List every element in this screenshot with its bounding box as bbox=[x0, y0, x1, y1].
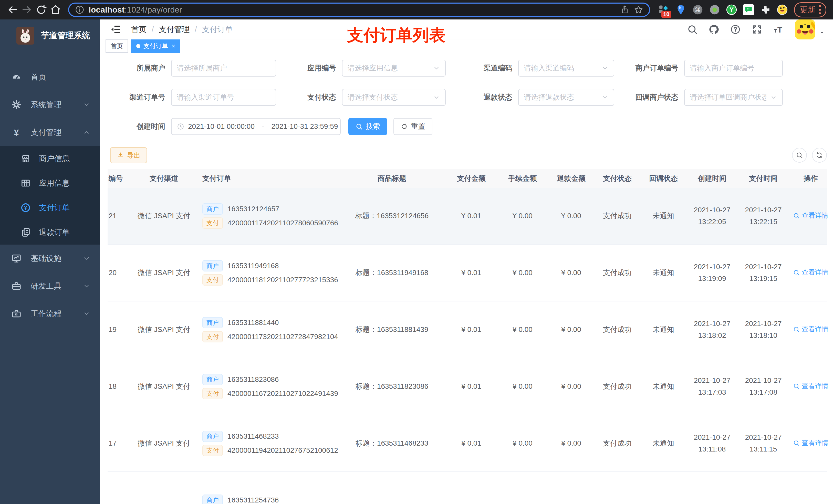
cell-action: 查看详情 bbox=[789, 268, 832, 278]
channel-order-no-input[interactable]: 请输入渠道订单号 bbox=[171, 89, 276, 106]
cell-paytime: 2021-10-2713:11:15 bbox=[738, 432, 789, 455]
extension-balloon-icon[interactable] bbox=[675, 4, 687, 15]
view-detail-link[interactable]: 查看详情 bbox=[793, 325, 828, 334]
table-row[interactable]: 20微信 JSAPI 支付商户1635311949168支付4200001181… bbox=[108, 245, 827, 302]
chevron-down-icon bbox=[83, 310, 90, 317]
gear-icon bbox=[11, 100, 22, 110]
reset-button[interactable]: 重置 bbox=[394, 118, 432, 135]
extension-command-icon[interactable]: ⌘ bbox=[692, 4, 704, 15]
view-detail-link[interactable]: 查看详情 bbox=[793, 438, 828, 448]
sidebar-item-infrastructure[interactable]: 基础设施 bbox=[0, 245, 100, 272]
logo-rabbit-image bbox=[16, 27, 34, 45]
back-icon[interactable] bbox=[7, 4, 19, 16]
view-detail-link[interactable]: 查看详情 bbox=[793, 211, 828, 220]
share-icon[interactable] bbox=[620, 5, 629, 15]
breadcrumb: 首页 / 支付管理 / 支付订单 bbox=[131, 24, 233, 35]
cell-channel: 微信 JSAPI 支付 bbox=[133, 382, 195, 391]
site-info-icon[interactable] bbox=[75, 5, 85, 15]
pay-status-select[interactable]: 请选择支付状态 bbox=[342, 89, 446, 106]
sidebar-item-pay-order[interactable]: ¥支付订单 bbox=[0, 195, 100, 220]
font-size-icon[interactable]: TT bbox=[773, 24, 784, 35]
extension-diamond-icon[interactable]: 10 bbox=[658, 4, 670, 15]
date-end[interactable]: 2021-10-31 23:59:59 bbox=[271, 122, 338, 130]
extension-chat-icon[interactable] bbox=[743, 4, 754, 15]
clock-icon bbox=[177, 123, 185, 130]
tag-pay-order[interactable]: 支付订单 × bbox=[131, 40, 180, 53]
sidebar-item-app-info[interactable]: 应用信息 bbox=[0, 171, 100, 195]
view-detail-link[interactable]: 查看详情 bbox=[793, 268, 828, 277]
refresh-table-button[interactable] bbox=[812, 148, 827, 163]
chevron-down-icon bbox=[433, 65, 440, 72]
channel-code-select[interactable]: 请输入渠道编码 bbox=[518, 60, 614, 77]
breadcrumb-home[interactable]: 首页 bbox=[131, 24, 146, 35]
table-row[interactable]: 19微信 JSAPI 支付商户1635311881440支付4200001173… bbox=[108, 302, 827, 358]
sidebar-item-workflow[interactable]: 工作流程 bbox=[0, 300, 100, 328]
close-icon[interactable]: × bbox=[172, 43, 175, 50]
sidebar-item-merchant-info[interactable]: 商户信息 bbox=[0, 146, 100, 171]
search-icon bbox=[793, 383, 800, 389]
browser-update-button[interactable]: 更新 bbox=[794, 2, 826, 18]
column-header-paytime: 支付时间 bbox=[738, 174, 789, 183]
document-icon bbox=[21, 227, 31, 237]
filter-label-refund-status: 退款状态 bbox=[446, 93, 512, 102]
github-icon[interactable] bbox=[709, 24, 719, 35]
bookmark-star-icon[interactable] bbox=[634, 5, 643, 15]
extension-emoji-icon[interactable] bbox=[777, 4, 788, 15]
sidebar-toggle-icon[interactable] bbox=[110, 24, 121, 35]
cell-amount: ¥ 0.01 bbox=[446, 326, 497, 334]
breadcrumb-pay-manage[interactable]: 支付管理 bbox=[159, 24, 190, 35]
view-detail-link[interactable]: 查看详情 bbox=[793, 382, 828, 390]
cell-notify_status: 未通知 bbox=[640, 211, 687, 221]
refund-status-select[interactable]: 请选择退款状态 bbox=[518, 89, 614, 106]
browser-menu-icon[interactable] bbox=[819, 5, 822, 14]
table-row[interactable]: 21微信 JSAPI 支付商户1635312124657支付4200001174… bbox=[108, 188, 827, 245]
merchant-select[interactable]: 请选择所属商户 bbox=[171, 60, 276, 77]
table-row[interactable]: 18微信 JSAPI 支付商户1635311823086支付4200001167… bbox=[108, 358, 827, 415]
extensions-puzzle-icon[interactable] bbox=[760, 4, 771, 15]
search-button[interactable]: 搜索 bbox=[348, 118, 387, 135]
merchant-order-no-input[interactable]: 请输入商户订单编号 bbox=[684, 60, 783, 77]
sidebar-item-dev-tools[interactable]: 研发工具 bbox=[0, 272, 100, 300]
sidebar-item-label: 应用信息 bbox=[39, 178, 90, 189]
extension-record-icon[interactable] bbox=[709, 4, 720, 15]
extension-y-icon[interactable]: Y bbox=[726, 4, 737, 15]
search-icon bbox=[793, 269, 800, 276]
cell-id: 17 bbox=[108, 439, 133, 448]
sidebar-menu: 首页系统管理¥支付管理商户信息应用信息¥支付订单退款订单基础设施研发工具工作流程 bbox=[0, 63, 100, 328]
reload-icon[interactable] bbox=[35, 4, 47, 16]
cell-id: 20 bbox=[108, 269, 133, 277]
cell-id: 19 bbox=[108, 326, 133, 334]
callback-status-select[interactable]: 请选择订单回调商户状态 bbox=[684, 89, 783, 106]
cell-amount: ¥ 0.01 bbox=[446, 382, 497, 390]
top-navbar: 首页 / 支付管理 / 支付订单 TT bbox=[100, 20, 833, 40]
date-start[interactable]: 2021-10-01 00:00:00 bbox=[188, 122, 255, 130]
table-row[interactable]: 17微信 JSAPI 支付商户1635311468233支付4200001194… bbox=[108, 415, 827, 472]
sidebar-item-system[interactable]: 系统管理 bbox=[0, 91, 100, 119]
export-button[interactable]: 导出 bbox=[110, 147, 147, 163]
order-number: 1635311949168 bbox=[228, 262, 279, 270]
browser-chrome: localhost:1024/pay/order 10 ⌘ Y 更新 bbox=[0, 0, 833, 20]
sidebar-item-refund-order[interactable]: 退款订单 bbox=[0, 220, 100, 245]
order-number: 1635311254736 bbox=[228, 496, 279, 504]
url-path: :1024/pay/order bbox=[124, 5, 182, 14]
sidebar-item-home[interactable]: 首页 bbox=[0, 63, 100, 91]
toolbox-icon bbox=[11, 281, 22, 291]
create-time-range-picker[interactable]: 2021-10-01 00:00:00 - 2021-10-31 23:59:5… bbox=[171, 118, 341, 135]
toggle-search-button[interactable] bbox=[792, 148, 807, 163]
help-icon[interactable] bbox=[730, 24, 741, 35]
user-avatar[interactable] bbox=[795, 20, 815, 40]
merchant-tag: 商户 bbox=[203, 260, 223, 271]
sidebar-item-payment[interactable]: ¥支付管理 bbox=[0, 119, 100, 146]
chevron-down-icon[interactable] bbox=[819, 29, 825, 36]
cell-created: 2021-10-2713:17:03 bbox=[687, 375, 738, 398]
url-bar[interactable]: localhost:1024/pay/order bbox=[68, 3, 650, 17]
app-select[interactable]: 请选择应用信息 bbox=[342, 60, 446, 77]
table-row[interactable]: 商户1635311254736 bbox=[108, 472, 827, 504]
search-icon[interactable] bbox=[687, 24, 698, 35]
home-icon[interactable] bbox=[50, 4, 62, 16]
tag-home[interactable]: 首页 bbox=[105, 40, 128, 53]
forward-icon[interactable] bbox=[21, 4, 33, 16]
extension-badge: 10 bbox=[661, 11, 671, 18]
fullscreen-icon[interactable] bbox=[752, 24, 762, 35]
sidebar-item-label: 基础设施 bbox=[31, 253, 83, 264]
